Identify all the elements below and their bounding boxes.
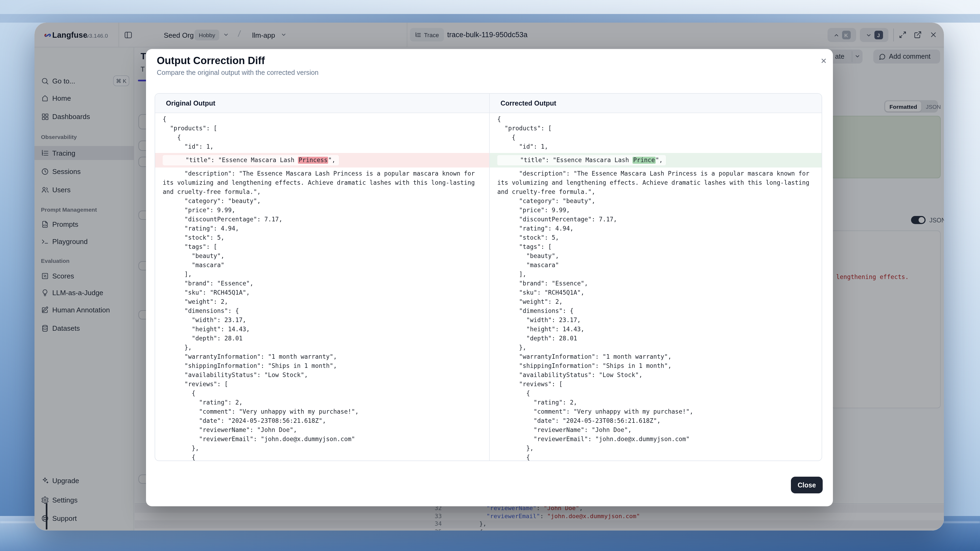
code-line: ], (497, 270, 816, 279)
code-line: }, (163, 343, 483, 352)
diff-card: Original Output Corrected Output { "prod… (154, 93, 822, 461)
code-line: "mascara" (497, 261, 816, 270)
wallpaper-band (0, 14, 980, 22)
code-line: "comment": "Very unhappy with my purchas… (163, 407, 483, 416)
code-line: "description": "The Essence Mascara Lash… (497, 169, 816, 197)
code-line: "width": 23.17, (163, 316, 483, 325)
output-correction-diff-modal: Output Correction Diff Compare the origi… (146, 49, 833, 506)
code-line: "mascara" (163, 261, 483, 270)
code-line: "reviewerName": "John Doe", (497, 426, 816, 435)
code-line: "height": 14.43, (497, 325, 816, 334)
removed-word: Princess (298, 157, 328, 164)
code-line: }, (497, 343, 816, 352)
code-line: "reviews": [ (497, 380, 816, 389)
code-line: "depth": 28.01 (497, 334, 816, 343)
code-line: "beauty", (163, 251, 483, 261)
code-line: "warrantyInformation": "1 month warranty… (497, 352, 816, 361)
code-line: "id": 1, (497, 142, 816, 151)
modal-close-icon[interactable]: ✕ (821, 57, 827, 65)
original-output-code: { "products": [ { "id": 1, "title": "Ess… (155, 113, 489, 461)
diff-line-removed: "title": "Essence Mascara Lash Princess"… (155, 153, 489, 168)
code-line: ], (163, 270, 483, 279)
code-line: "availabilityStatus": "Low Stock", (163, 370, 483, 380)
code-line: "sku": "RCH45Q1A", (163, 288, 483, 297)
code-line: "rating": 4.94, (497, 224, 816, 233)
code-line: { (497, 453, 816, 461)
code-line: "brand": "Essence", (163, 279, 483, 288)
code-line: "width": 23.17, (497, 316, 816, 325)
modal-title: Output Correction Diff (157, 55, 265, 67)
column-divider (489, 94, 490, 461)
corrected-output-code: { "products": [ { "id": 1, "title": "Ess… (490, 113, 822, 461)
code-line: { (163, 115, 483, 124)
code-line: "height": 14.43, (163, 325, 483, 334)
code-line: "rating": 2, (163, 398, 483, 407)
diff-line-content: "title": "Essence Mascara Lash Princess"… (163, 155, 339, 165)
code-line: { (497, 115, 816, 124)
code-line: "reviewerEmail": "john.doe@x.dummyjson.c… (497, 435, 816, 444)
code-line: "tags": [ (497, 242, 816, 251)
code-line: "warrantyInformation": "1 month warranty… (163, 352, 483, 361)
code-line: "category": "beauty", (497, 197, 816, 206)
code-line: { (163, 453, 483, 461)
code-line: "reviews": [ (163, 380, 483, 389)
code-line: { (163, 389, 483, 398)
code-line: "sku": "RCH45Q1A", (497, 288, 816, 297)
code-line: "weight": 2, (163, 297, 483, 306)
original-output-header: Original Output (166, 100, 215, 107)
code-line: "products": [ (163, 124, 483, 133)
code-line: "stock": 5, (497, 233, 816, 242)
code-line: }, (163, 444, 483, 453)
code-line: "shippingInformation": "Ships in 1 month… (497, 361, 816, 370)
diff-line-content: "title": "Essence Mascara Lash Prince", (497, 155, 666, 165)
code-line: "tags": [ (163, 242, 483, 251)
close-button[interactable]: Close (791, 477, 822, 493)
corrected-output-header: Corrected Output (501, 100, 556, 107)
code-line: "comment": "Very unhappy with my purchas… (497, 407, 816, 416)
code-line: }, (497, 444, 816, 453)
code-line: "date": "2024-05-23T08:56:21.618Z", (163, 416, 483, 426)
code-line: "reviewerEmail": "john.doe@x.dummyjson.c… (163, 435, 483, 444)
code-line: "discountPercentage": 7.17, (163, 215, 483, 224)
code-line: "products": [ (497, 124, 816, 133)
code-line: "rating": 2, (497, 398, 816, 407)
code-line: "dimensions": { (497, 306, 816, 316)
code-line: "rating": 4.94, (163, 224, 483, 233)
code-line: "beauty", (497, 251, 816, 261)
code-line: "dimensions": { (163, 306, 483, 316)
code-line: "description": "The Essence Mascara Lash… (163, 169, 483, 197)
code-line: "stock": 5, (163, 233, 483, 242)
diff-line-added: "title": "Essence Mascara Lash Prince", (490, 153, 822, 168)
code-line: "id": 1, (163, 142, 483, 151)
added-word: Prince (633, 157, 655, 164)
code-line: "depth": 28.01 (163, 334, 483, 343)
code-line: "brand": "Essence", (497, 279, 816, 288)
code-line: "discountPercentage": 7.17, (497, 215, 816, 224)
code-line: "weight": 2, (497, 297, 816, 306)
diff-card-header: Original Output Corrected Output (155, 94, 822, 113)
code-line: "date": "2024-05-23T08:56:21.618Z", (497, 416, 816, 426)
code-line: "reviewerName": "John Doe", (163, 426, 483, 435)
code-line: "price": 9.99, (163, 206, 483, 215)
code-line: { (163, 133, 483, 142)
code-line: "availabilityStatus": "Low Stock", (497, 370, 816, 380)
code-line: { (497, 133, 816, 142)
app-window: Langfuse v3.146.0 Seed Org Hobby / llm-a… (35, 22, 944, 530)
code-line: "category": "beauty", (163, 197, 483, 206)
code-line: "price": 9.99, (497, 206, 816, 215)
modal-subtitle: Compare the original output with the cor… (157, 69, 318, 76)
code-line: "shippingInformation": "Ships in 1 month… (163, 361, 483, 370)
desktop: Langfuse v3.146.0 Seed Org Hobby / llm-a… (0, 0, 980, 551)
code-line: { (497, 389, 816, 398)
